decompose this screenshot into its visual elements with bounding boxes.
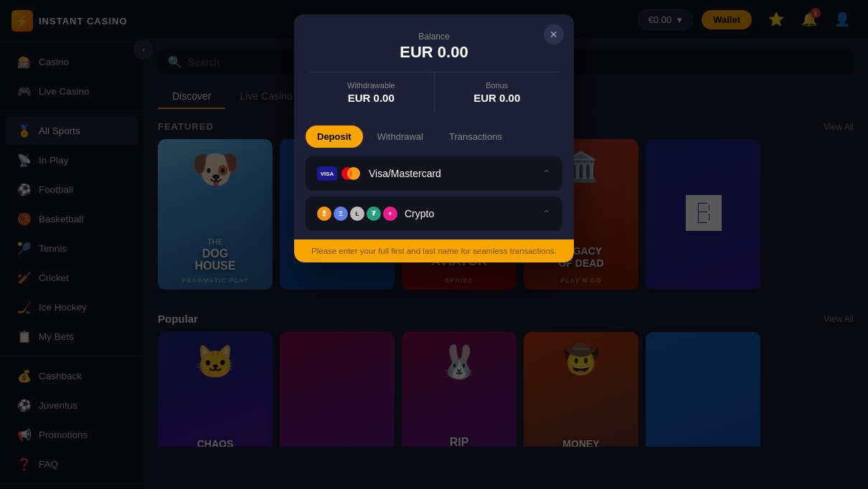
withdrawable-amount: EUR 0.00 — [308, 92, 434, 104]
eth-icon: Ξ — [334, 206, 348, 221]
bonus-amount: EUR 0.00 — [435, 92, 560, 104]
modal-tab-withdrawal[interactable]: Withdrawal — [366, 125, 435, 148]
modal-withdrawable: Withdrawable EUR 0.00 — [308, 72, 435, 113]
modal-balance-amount: EUR 0.00 — [308, 43, 560, 62]
withdrawable-label: Withdrawable — [308, 81, 434, 90]
crypto-icons: ₿ Ξ Ł ₮ + — [317, 206, 397, 221]
modal-balance-label: Balance — [308, 32, 560, 42]
crypto-label: Crypto — [405, 208, 434, 219]
modal-overlay: ✕ Balance EUR 0.00 Withdrawable EUR 0.00… — [0, 0, 868, 489]
modal-header: Balance EUR 0.00 Withdrawable EUR 0.00 B… — [294, 14, 574, 123]
visa-mastercard-icons: VISA — [317, 166, 362, 181]
payment-options: VISA Visa/Mastercard ⌃ — [294, 148, 574, 239]
visa-chevron-icon: ⌃ — [542, 168, 551, 179]
modal-sub-row: Withdrawable EUR 0.00 Bonus EUR 0.00 — [308, 72, 560, 113]
modal-close-button[interactable]: ✕ — [544, 24, 564, 44]
modal-bonus: Bonus EUR 0.00 — [435, 72, 560, 113]
payment-option-visa[interactable]: VISA Visa/Mastercard ⌃ — [306, 156, 562, 191]
modal-tab-deposit[interactable]: Deposit — [306, 125, 363, 148]
modal-footer: Please enter your full first and last na… — [294, 239, 574, 262]
btc-icon: ₿ — [317, 206, 331, 221]
payment-option-crypto[interactable]: ₿ Ξ Ł ₮ + Crypto ⌃ — [306, 196, 562, 231]
visa-mastercard-label: Visa/Mastercard — [369, 168, 441, 179]
visa-icon: VISA — [317, 166, 337, 181]
mastercard-icon — [340, 166, 362, 181]
wallet-modal: ✕ Balance EUR 0.00 Withdrawable EUR 0.00… — [294, 14, 574, 262]
usdt-icon: ₮ — [367, 206, 381, 221]
modal-tab-transactions[interactable]: Transactions — [438, 125, 514, 148]
modal-tabs: Deposit Withdrawal Transactions — [294, 125, 574, 148]
modal-footer-text: Please enter your full first and last na… — [311, 247, 557, 255]
crypto-chevron-icon: ⌃ — [542, 208, 551, 219]
svg-point-1 — [347, 167, 360, 180]
payment-visa-left: VISA Visa/Mastercard — [317, 166, 441, 181]
payment-crypto-left: ₿ Ξ Ł ₮ + Crypto — [317, 206, 434, 221]
ltc-icon: Ł — [350, 206, 364, 221]
other-crypto-icon: + — [383, 206, 397, 221]
bonus-label: Bonus — [435, 81, 560, 90]
